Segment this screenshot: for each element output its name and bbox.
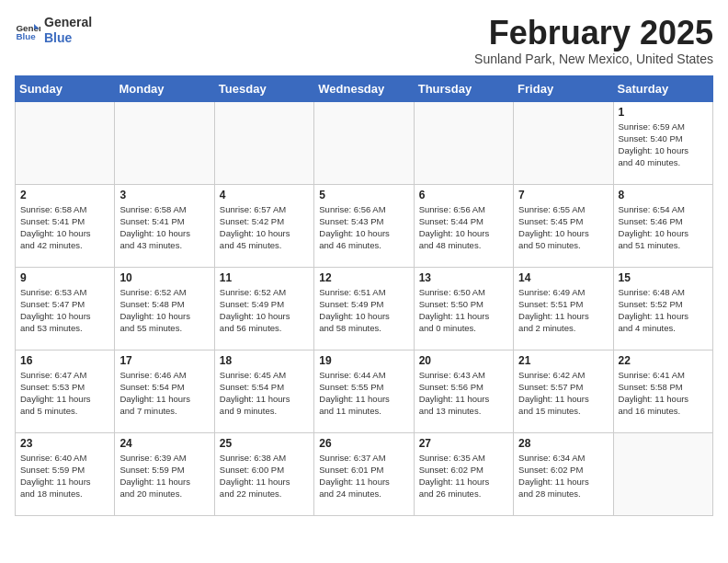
day-number: 5: [319, 189, 408, 201]
calendar-cell: 21Sunrise: 6:42 AM Sunset: 5:57 PM Dayli…: [514, 350, 613, 432]
weekday-header-friday: Friday: [514, 75, 613, 101]
calendar-cell: 20Sunrise: 6:43 AM Sunset: 5:56 PM Dayli…: [414, 350, 513, 432]
logo-text: General Blue: [44, 15, 92, 46]
calendar-cell: [16, 101, 115, 184]
day-info: Sunrise: 6:57 AM Sunset: 5:42 PM Dayligh…: [220, 203, 309, 252]
day-number: 7: [518, 189, 608, 201]
day-number: 12: [319, 271, 408, 284]
day-number: 4: [220, 189, 309, 201]
title-area: February 2025 Sunland Park, New Mexico, …: [474, 15, 713, 66]
calendar-cell: 27Sunrise: 6:35 AM Sunset: 6:02 PM Dayli…: [414, 432, 513, 515]
calendar-cell: 5Sunrise: 6:56 AM Sunset: 5:43 PM Daylig…: [314, 184, 414, 267]
calendar-cell: [214, 101, 313, 184]
day-number: 6: [419, 189, 508, 201]
day-number: 20: [419, 354, 508, 367]
week-row-2: 9Sunrise: 6:53 AM Sunset: 5:47 PM Daylig…: [16, 267, 713, 350]
day-number: 11: [220, 271, 309, 284]
day-info: Sunrise: 6:37 AM Sunset: 6:01 PM Dayligh…: [319, 452, 408, 500]
calendar-cell: [115, 101, 214, 184]
day-info: Sunrise: 6:58 AM Sunset: 5:41 PM Dayligh…: [119, 203, 209, 252]
month-title: February 2025: [474, 15, 713, 52]
day-info: Sunrise: 6:47 AM Sunset: 5:53 PM Dayligh…: [20, 369, 109, 418]
day-number: 9: [20, 271, 109, 284]
calendar-cell: 14Sunrise: 6:49 AM Sunset: 5:51 PM Dayli…: [514, 267, 613, 350]
day-number: 22: [619, 354, 708, 367]
calendar-cell: [314, 101, 414, 184]
day-number: 28: [518, 437, 608, 450]
day-number: 2: [20, 189, 109, 201]
day-number: 1: [619, 106, 708, 119]
day-info: Sunrise: 6:48 AM Sunset: 5:52 PM Dayligh…: [619, 286, 708, 335]
day-number: 10: [119, 271, 209, 284]
day-number: 16: [20, 354, 109, 367]
weekday-header-wednesday: Wednesday: [314, 75, 414, 101]
day-info: Sunrise: 6:44 AM Sunset: 5:55 PM Dayligh…: [319, 369, 408, 418]
calendar-table: SundayMondayTuesdayWednesdayThursdayFrid…: [15, 75, 713, 516]
day-info: Sunrise: 6:40 AM Sunset: 5:59 PM Dayligh…: [20, 452, 109, 500]
day-info: Sunrise: 6:39 AM Sunset: 5:59 PM Dayligh…: [119, 452, 209, 500]
calendar-cell: 22Sunrise: 6:41 AM Sunset: 5:58 PM Dayli…: [613, 350, 712, 432]
day-info: Sunrise: 6:56 AM Sunset: 5:44 PM Dayligh…: [419, 203, 508, 252]
day-number: 17: [119, 354, 209, 367]
calendar-cell: 16Sunrise: 6:47 AM Sunset: 5:53 PM Dayli…: [16, 350, 115, 432]
day-number: 13: [419, 271, 508, 284]
day-number: 24: [119, 437, 209, 450]
day-info: Sunrise: 6:50 AM Sunset: 5:50 PM Dayligh…: [419, 286, 508, 335]
calendar-cell: 17Sunrise: 6:46 AM Sunset: 5:54 PM Dayli…: [115, 350, 214, 432]
weekday-header-saturday: Saturday: [613, 75, 712, 101]
weekday-header-row: SundayMondayTuesdayWednesdayThursdayFrid…: [16, 75, 713, 101]
day-number: 8: [619, 189, 708, 201]
location-subtitle: Sunland Park, New Mexico, United States: [474, 52, 713, 66]
calendar-cell: 28Sunrise: 6:34 AM Sunset: 6:02 PM Dayli…: [514, 432, 613, 515]
weekday-header-sunday: Sunday: [16, 75, 115, 101]
day-info: Sunrise: 6:56 AM Sunset: 5:43 PM Dayligh…: [319, 203, 408, 252]
day-info: Sunrise: 6:42 AM Sunset: 5:57 PM Dayligh…: [518, 369, 608, 418]
day-number: 3: [119, 189, 209, 201]
day-info: Sunrise: 6:34 AM Sunset: 6:02 PM Dayligh…: [518, 452, 608, 500]
day-info: Sunrise: 6:53 AM Sunset: 5:47 PM Dayligh…: [20, 286, 109, 335]
day-number: 18: [220, 354, 309, 367]
calendar-cell: [414, 101, 513, 184]
day-number: 19: [319, 354, 408, 367]
day-info: Sunrise: 6:55 AM Sunset: 5:45 PM Dayligh…: [518, 203, 608, 252]
calendar-cell: 4Sunrise: 6:57 AM Sunset: 5:42 PM Daylig…: [214, 184, 313, 267]
calendar-cell: 2Sunrise: 6:58 AM Sunset: 5:41 PM Daylig…: [16, 184, 115, 267]
day-info: Sunrise: 6:51 AM Sunset: 5:49 PM Dayligh…: [319, 286, 408, 335]
calendar-cell: 18Sunrise: 6:45 AM Sunset: 5:54 PM Dayli…: [214, 350, 313, 432]
day-number: 15: [619, 271, 708, 284]
day-info: Sunrise: 6:58 AM Sunset: 5:41 PM Dayligh…: [20, 203, 109, 252]
day-number: 26: [319, 437, 408, 450]
calendar-cell: 24Sunrise: 6:39 AM Sunset: 5:59 PM Dayli…: [115, 432, 214, 515]
calendar-cell: 26Sunrise: 6:37 AM Sunset: 6:01 PM Dayli…: [314, 432, 414, 515]
calendar-cell: 8Sunrise: 6:54 AM Sunset: 5:46 PM Daylig…: [613, 184, 712, 267]
calendar-cell: 6Sunrise: 6:56 AM Sunset: 5:44 PM Daylig…: [414, 184, 513, 267]
svg-text:Blue: Blue: [16, 31, 36, 41]
calendar-cell: 19Sunrise: 6:44 AM Sunset: 5:55 PM Dayli…: [314, 350, 414, 432]
calendar-cell: 15Sunrise: 6:48 AM Sunset: 5:52 PM Dayli…: [613, 267, 712, 350]
day-number: 23: [20, 437, 109, 450]
week-row-1: 2Sunrise: 6:58 AM Sunset: 5:41 PM Daylig…: [16, 184, 713, 267]
day-info: Sunrise: 6:38 AM Sunset: 6:00 PM Dayligh…: [220, 452, 309, 500]
day-info: Sunrise: 6:59 AM Sunset: 5:40 PM Dayligh…: [619, 121, 708, 169]
calendar-cell: 23Sunrise: 6:40 AM Sunset: 5:59 PM Dayli…: [16, 432, 115, 515]
calendar-cell: 7Sunrise: 6:55 AM Sunset: 5:45 PM Daylig…: [514, 184, 613, 267]
calendar-cell: 10Sunrise: 6:52 AM Sunset: 5:48 PM Dayli…: [115, 267, 214, 350]
calendar-cell: 3Sunrise: 6:58 AM Sunset: 5:41 PM Daylig…: [115, 184, 214, 267]
calendar-cell: [613, 432, 712, 515]
page-header: General Blue General Blue February 2025 …: [15, 15, 713, 66]
day-info: Sunrise: 6:45 AM Sunset: 5:54 PM Dayligh…: [220, 369, 309, 418]
day-number: 25: [220, 437, 309, 450]
logo-blue-text: Blue: [44, 30, 92, 46]
week-row-4: 23Sunrise: 6:40 AM Sunset: 5:59 PM Dayli…: [16, 432, 713, 515]
logo-general-text: General: [44, 15, 92, 30]
calendar-cell: 25Sunrise: 6:38 AM Sunset: 6:00 PM Dayli…: [214, 432, 313, 515]
week-row-3: 16Sunrise: 6:47 AM Sunset: 5:53 PM Dayli…: [16, 350, 713, 432]
day-info: Sunrise: 6:54 AM Sunset: 5:46 PM Dayligh…: [619, 203, 708, 252]
day-info: Sunrise: 6:41 AM Sunset: 5:58 PM Dayligh…: [619, 369, 708, 418]
calendar-cell: [514, 101, 613, 184]
weekday-header-thursday: Thursday: [414, 75, 513, 101]
day-info: Sunrise: 6:35 AM Sunset: 6:02 PM Dayligh…: [419, 452, 508, 500]
day-info: Sunrise: 6:52 AM Sunset: 5:49 PM Dayligh…: [220, 286, 309, 335]
logo-icon: General Blue: [15, 17, 40, 43]
day-info: Sunrise: 6:46 AM Sunset: 5:54 PM Dayligh…: [119, 369, 209, 418]
